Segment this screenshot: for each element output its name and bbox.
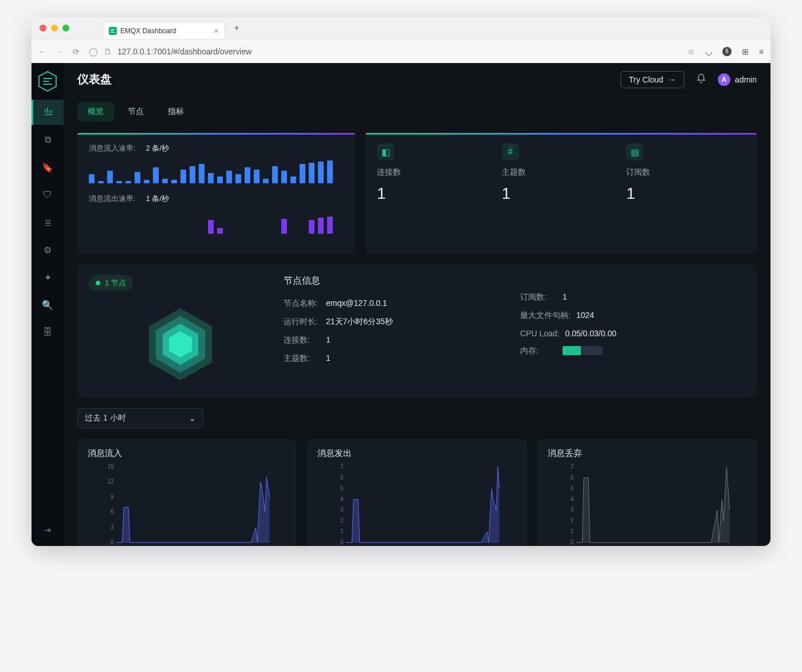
sidebar-item-extensions[interactable]: ✦ bbox=[34, 265, 61, 290]
k-topic: 主题数: bbox=[284, 353, 320, 364]
try-cloud-label: Try Cloud bbox=[629, 75, 663, 84]
content: 消息流入速率: 2 条/秒 消息流出速率: 1 条/秒 bbox=[64, 121, 770, 546]
node-info-right: 订阅数:1 最大文件句柄:1024 CPU Load:0.05/0.03/0.0… bbox=[520, 275, 745, 387]
sidebar-item-rules[interactable]: ≣ bbox=[34, 210, 61, 235]
memory-bar bbox=[563, 346, 603, 356]
hash-icon: # bbox=[502, 143, 519, 160]
app-root: ⧉ 🔖 🛡 ≣ ⚙ ✦ 🔍 🗄 ⇥ 仪表盘 Try Cloud → bbox=[32, 63, 770, 546]
svg-text:3: 3 bbox=[340, 506, 344, 513]
status-dot-icon bbox=[96, 281, 100, 285]
svg-text:2: 2 bbox=[340, 517, 344, 524]
shield-icon[interactable]: ◯ bbox=[89, 47, 98, 56]
k-fh: 最大文件句柄: bbox=[520, 311, 571, 321]
k-sub: 订阅数: bbox=[520, 292, 557, 302]
avatar[interactable]: A bbox=[718, 73, 730, 86]
lock-icon: 🗋 bbox=[104, 47, 112, 56]
browser-tab[interactable]: EMQX Dashboard × bbox=[103, 22, 225, 39]
sidebar-collapse-button[interactable]: ⇥ bbox=[32, 520, 64, 540]
new-tab-button[interactable]: + bbox=[234, 23, 239, 33]
nav-forward-icon[interactable]: → bbox=[56, 47, 64, 56]
k-cpu: CPU Load: bbox=[520, 329, 559, 338]
svg-text:5: 5 bbox=[340, 485, 344, 492]
chart-outgoing: 消息发出 0123456708/17 16:3708/17 16:5308/17… bbox=[307, 439, 526, 546]
url-text[interactable]: 127.0.0.1:7001/#/dashboard/overview bbox=[117, 47, 251, 56]
svg-text:4: 4 bbox=[340, 496, 344, 502]
tab-overview[interactable]: 概览 bbox=[77, 102, 114, 121]
svg-text:0: 0 bbox=[571, 539, 574, 545]
browser-addressbar: ← → ⟳ ◯ 🗋 127.0.0.1:7001/#/dashboard/ove… bbox=[32, 39, 770, 63]
svg-text:6: 6 bbox=[571, 474, 574, 481]
rate-out-value: 1 条/秒 bbox=[146, 194, 169, 204]
nav-back-icon[interactable]: ← bbox=[38, 47, 46, 56]
pocket-icon[interactable]: ◡ bbox=[705, 47, 712, 56]
v-uptime: 21天7小时6分35秒 bbox=[326, 317, 393, 327]
sidebar-item-system[interactable]: 🗄 bbox=[34, 320, 61, 345]
sidebar-item-dashboard[interactable] bbox=[32, 100, 64, 125]
gear-icon: ⚙ bbox=[44, 245, 52, 256]
window-maximize-button[interactable] bbox=[62, 25, 69, 32]
stat-connections: ◧ 连接数 1 bbox=[377, 143, 496, 203]
link-icon: ⧉ bbox=[45, 135, 51, 145]
node-hexagon bbox=[89, 301, 272, 387]
tab-metrics[interactable]: 指标 bbox=[158, 102, 194, 121]
nav-reload-icon[interactable]: ⟳ bbox=[73, 47, 80, 56]
try-cloud-button[interactable]: Try Cloud → bbox=[620, 71, 685, 88]
k-mem: 内存: bbox=[520, 346, 557, 356]
svg-text:4: 4 bbox=[571, 496, 574, 502]
subscribe-icon: ▤ bbox=[626, 143, 643, 160]
time-range-select[interactable]: 过去 1 小时 ⌄ bbox=[77, 408, 203, 429]
sidebar: ⧉ 🔖 🛡 ≣ ⚙ ✦ 🔍 🗄 ⇥ bbox=[32, 63, 64, 546]
svg-text:0: 0 bbox=[111, 539, 114, 545]
tab-nodes[interactable]: 节点 bbox=[117, 102, 154, 121]
v-cpu: 0.05/0.03/0.00 bbox=[565, 329, 616, 338]
v-fh: 1024 bbox=[576, 311, 594, 321]
chart-title: 消息流入 bbox=[88, 448, 286, 459]
node-count-badge[interactable]: 1 节点 bbox=[89, 275, 133, 291]
svg-text:7: 7 bbox=[571, 463, 574, 470]
tab-close-icon[interactable]: × bbox=[214, 26, 218, 36]
k-conn: 连接数: bbox=[284, 335, 320, 345]
extensions-badge[interactable]: 8 bbox=[722, 47, 732, 56]
rate-in-label: 消息流入速率: bbox=[89, 143, 136, 154]
sidebar-item-connections[interactable]: ⧉ bbox=[34, 127, 61, 152]
connections-icon: ◧ bbox=[377, 143, 394, 160]
hamburger-icon[interactable]: ≡ bbox=[759, 47, 764, 56]
plugin-icon: ✦ bbox=[44, 272, 52, 283]
stat-label: 订阅数 bbox=[626, 167, 745, 178]
k-uptime: 运行时长: bbox=[284, 317, 320, 327]
browser-titlebar: EMQX Dashboard × + bbox=[32, 17, 770, 39]
v-sub: 1 bbox=[563, 292, 567, 302]
svg-text:5: 5 bbox=[571, 485, 574, 492]
v-conn: 1 bbox=[326, 335, 331, 345]
puzzle-icon[interactable]: ⊞ bbox=[742, 47, 749, 56]
stat-label: 连接数 bbox=[377, 167, 496, 178]
page-title: 仪表盘 bbox=[77, 72, 112, 87]
bookmark-star-icon[interactable]: ☆ bbox=[687, 47, 695, 56]
v-node-name: emqx@127.0.0.1 bbox=[326, 298, 387, 309]
sidebar-item-diagnose[interactable]: 🔍 bbox=[34, 292, 61, 317]
chevron-down-icon: ⌄ bbox=[189, 414, 196, 423]
node-card: 1 节点 节点信息 节点名称:emqx@127.0.0.1 运行时长:21天7 bbox=[77, 265, 757, 398]
app-logo[interactable] bbox=[38, 65, 57, 97]
search-icon: 🔍 bbox=[42, 300, 53, 311]
stat-topics: # 主题数 1 bbox=[502, 143, 621, 203]
node-count-label: 1 节点 bbox=[105, 278, 126, 288]
svg-text:3: 3 bbox=[111, 524, 114, 530]
username[interactable]: admin bbox=[735, 75, 757, 84]
window-minimize-button[interactable] bbox=[51, 25, 58, 32]
window-close-button[interactable] bbox=[40, 25, 46, 32]
bell-icon[interactable] bbox=[696, 73, 706, 86]
traffic-lights bbox=[40, 25, 69, 32]
sidebar-item-access[interactable]: 🛡 bbox=[34, 182, 61, 207]
tab-title: EMQX Dashboard bbox=[120, 27, 176, 35]
sidebar-item-subscriptions[interactable]: 🔖 bbox=[34, 155, 61, 180]
stat-value: 1 bbox=[502, 184, 621, 203]
stat-subscriptions: ▤ 订阅数 1 bbox=[626, 143, 745, 203]
bookmark-icon: 🔖 bbox=[42, 162, 53, 173]
svg-text:2: 2 bbox=[571, 517, 574, 524]
svg-text:3: 3 bbox=[571, 506, 574, 513]
rate-in-value: 2 条/秒 bbox=[146, 143, 169, 154]
chart-incoming: 消息流入 0369121508/17 16:3808/17 16:5408/17… bbox=[77, 439, 297, 546]
sidebar-item-settings[interactable]: ⚙ bbox=[34, 237, 61, 262]
svg-text:7: 7 bbox=[340, 463, 344, 470]
